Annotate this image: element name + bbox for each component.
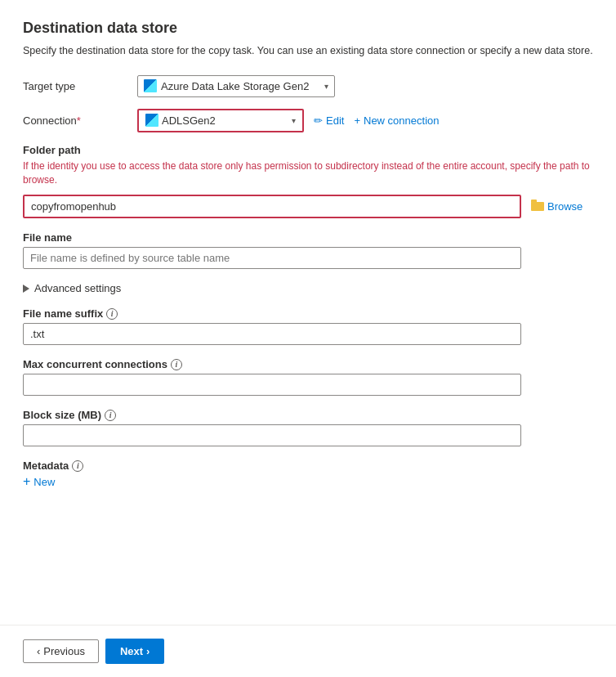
previous-chevron-icon: ‹	[37, 645, 40, 657]
max-concurrent-label: Max concurrent connections i	[23, 358, 593, 370]
browse-link[interactable]: Browse	[531, 200, 583, 213]
required-mark: *	[77, 114, 81, 127]
file-name-suffix-section: File name suffix i	[23, 307, 593, 345]
target-type-label: Target type	[23, 80, 137, 92]
edit-pencil-icon: ✏	[314, 114, 323, 127]
connection-select-wrapper: ADLSGen2 ▾	[137, 109, 304, 132]
connection-azure-icon	[145, 114, 158, 127]
target-type-row: Target type Azure Data Lake Storage Gen2…	[23, 75, 593, 97]
next-chevron-icon: ›	[146, 645, 150, 657]
new-metadata-button[interactable]: + New	[23, 475, 55, 488]
file-name-input[interactable]	[23, 247, 521, 269]
block-size-info-icon: i	[105, 410, 116, 421]
next-button[interactable]: Next ›	[105, 639, 165, 664]
folder-path-note: If the identity you use to access the da…	[23, 159, 593, 187]
folder-path-section: Folder path If the identity you use to a…	[23, 144, 593, 219]
new-plus-icon: +	[23, 475, 30, 488]
file-name-suffix-label: File name suffix i	[23, 307, 593, 320]
page-description: Specify the destination data store for t…	[23, 43, 593, 59]
file-name-section: File name	[23, 231, 593, 269]
connection-controls: ADLSGen2 ▾ ✏ Edit + New connection	[137, 109, 440, 132]
triangle-right-icon	[23, 285, 29, 293]
footer: ‹ Previous Next ›	[0, 625, 616, 677]
file-name-suffix-info-icon: i	[106, 308, 118, 320]
metadata-info-icon: i	[72, 460, 83, 472]
connection-select-inner: ADLSGen2 ▾	[139, 110, 302, 131]
max-concurrent-input[interactable]	[23, 374, 521, 396]
max-concurrent-section: Max concurrent connections i	[23, 358, 593, 396]
plus-icon: +	[354, 114, 360, 127]
advanced-settings-label: Advanced settings	[34, 282, 121, 294]
block-size-input[interactable]	[23, 424, 521, 446]
file-name-suffix-input[interactable]	[23, 323, 521, 345]
folder-path-label: Folder path	[23, 144, 593, 156]
file-name-label: File name	[23, 231, 593, 244]
target-type-select[interactable]: Azure Data Lake Storage Gen2	[137, 75, 335, 97]
previous-button[interactable]: ‹ Previous	[23, 639, 99, 663]
block-size-label: Block size (MB) i	[23, 409, 593, 421]
new-connection-link[interactable]: + New connection	[354, 114, 439, 127]
connection-select[interactable]: ADLSGen2	[139, 110, 302, 131]
folder-path-input[interactable]	[23, 195, 521, 218]
folder-icon	[531, 200, 544, 213]
target-type-select-wrapper: Azure Data Lake Storage Gen2 ▾	[137, 75, 335, 97]
metadata-label: Metadata i	[23, 460, 593, 472]
page-title: Destination data store	[23, 20, 593, 37]
edit-link[interactable]: ✏ Edit	[314, 114, 344, 127]
max-concurrent-info-icon: i	[171, 359, 182, 370]
block-size-section: Block size (MB) i	[23, 409, 593, 446]
connection-label: Connection*	[23, 114, 137, 127]
azure-icon	[144, 79, 157, 92]
folder-path-input-wrapper: Browse	[23, 195, 593, 218]
metadata-section: Metadata i + New	[23, 460, 593, 488]
svg-rect-1	[531, 200, 537, 203]
svg-rect-0	[531, 202, 544, 211]
advanced-settings-toggle[interactable]: Advanced settings	[23, 282, 593, 294]
connection-row: Connection* ADLSGen2 ▾ ✏ Edit + New conn…	[23, 109, 593, 132]
